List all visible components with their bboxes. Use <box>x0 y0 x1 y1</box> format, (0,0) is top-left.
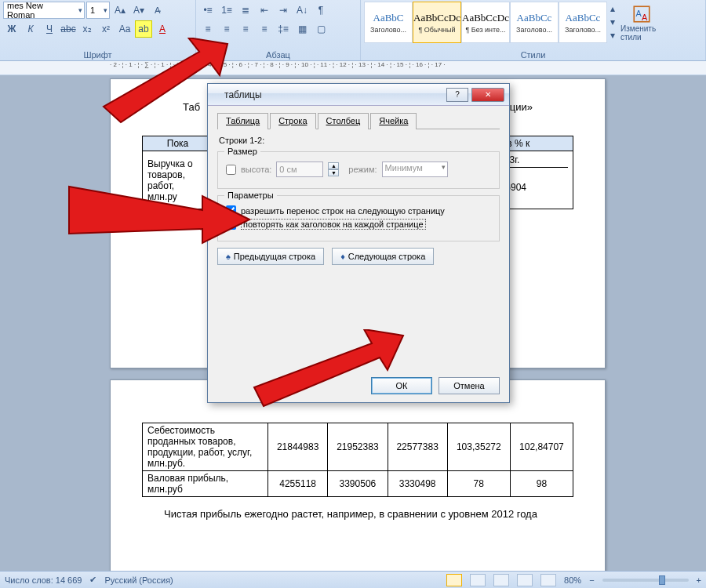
strike-button[interactable]: abc <box>60 20 77 38</box>
view-draft-button[interactable] <box>540 574 556 586</box>
help-button[interactable]: ? <box>446 88 468 102</box>
zoom-in-button[interactable]: + <box>697 575 701 585</box>
change-styles-icon: AA <box>631 4 652 24</box>
bold-button[interactable]: Ж <box>3 20 20 38</box>
height-spinner[interactable]: ▲▼ <box>328 162 339 176</box>
tab-cell[interactable]: Ячейка <box>370 113 417 129</box>
change-styles-button[interactable]: AA Изменить стили <box>620 2 664 43</box>
view-print-button[interactable] <box>446 574 462 586</box>
annotation-arrow <box>246 329 411 408</box>
style-item[interactable]: AaBbCcDc¶ Обычный <box>413 2 461 43</box>
table-cell: 21952383 <box>328 423 388 471</box>
table-cell: 3390506 <box>328 471 388 497</box>
height-input[interactable] <box>276 162 323 177</box>
document-page[interactable]: Себестоимость проданных товаров, продукц… <box>110 379 606 571</box>
italic-button[interactable]: К <box>22 20 39 38</box>
tab-row[interactable]: Строка <box>270 113 315 129</box>
style-item[interactable]: AaBbCЗаголово... <box>364 2 413 43</box>
show-marks-button[interactable]: ¶ <box>312 2 329 19</box>
status-bar: Число слов: 14 669 ✔ Русский (Россия) 80… <box>0 571 706 588</box>
svg-text:A: A <box>642 12 648 21</box>
annotation-arrow <box>61 149 265 251</box>
borders-button[interactable]: ▢ <box>312 20 329 38</box>
group-label-styles: Стили <box>361 49 705 60</box>
indent-button[interactable]: ⇥ <box>275 2 292 19</box>
table-cell: 103,35272 <box>447 423 510 471</box>
mode-label: режим: <box>348 165 377 174</box>
justify-button[interactable]: ≡ <box>256 20 273 38</box>
height-mode-dropdown[interactable]: Минимум <box>382 162 448 177</box>
annotation-arrow <box>94 38 235 124</box>
styles-up-button[interactable]: ▴ <box>607 2 618 15</box>
style-item[interactable]: AaBbCcЗаголово... <box>559 2 607 43</box>
align-left-button[interactable]: ≡ <box>199 20 217 38</box>
zoom-slider[interactable] <box>602 579 689 582</box>
zoom-level[interactable]: 80% <box>564 575 581 585</box>
next-row-button[interactable]: ♦Следующая строка <box>332 248 434 265</box>
repeat-header-label: повторять как заголовок на каждой страни… <box>241 219 426 230</box>
rows-range-label: Строки 1-2: <box>219 136 500 145</box>
shrink-font-button[interactable]: A▾ <box>130 2 147 19</box>
svg-marker-4 <box>104 38 227 122</box>
table-cell: 78 <box>447 471 510 497</box>
view-outline-button[interactable] <box>517 574 533 586</box>
sort-button[interactable]: A↓ <box>293 2 311 19</box>
multilevel-button[interactable]: ≣ <box>237 2 254 19</box>
styles-more-button[interactable]: ▾ <box>607 28 618 42</box>
table-cell: 98 <box>510 471 573 497</box>
svg-marker-3 <box>69 187 249 243</box>
font-color-button[interactable]: A <box>154 20 171 38</box>
table-cell: 3330498 <box>388 471 447 497</box>
style-item[interactable]: AaBbCcЗаголово... <box>510 2 559 43</box>
underline-button[interactable]: Ч <box>41 20 58 38</box>
table-cell: 102,84707 <box>510 423 573 471</box>
table-cell: 22577383 <box>388 423 447 471</box>
superscript-button[interactable]: x² <box>97 20 115 38</box>
allow-break-label: разрешить перенос строк на следующую стр… <box>241 206 445 216</box>
view-fullread-button[interactable] <box>470 574 486 586</box>
close-button[interactable]: ✕ <box>471 88 504 102</box>
doc-paragraph: Чистая прибыль ежегодно растет, например… <box>142 508 573 520</box>
dialog-titlebar[interactable]: Свтаблицы ? ✕ <box>208 84 509 106</box>
table-row: Себестоимость проданных товаров, продукц… <box>143 423 573 471</box>
align-center-button[interactable]: ≡ <box>218 20 235 38</box>
styles-gallery[interactable]: AaBbCЗаголово... AaBbCcDc¶ Обычный AaBbC… <box>364 2 618 43</box>
line-spacing-button[interactable]: ‡≡ <box>275 20 292 38</box>
svg-marker-5 <box>254 329 403 406</box>
numbering-button[interactable]: 1≡ <box>218 2 235 19</box>
proofing-icon[interactable]: ✔ <box>89 575 96 585</box>
bullets-button[interactable]: •≡ <box>199 2 217 19</box>
outdent-button[interactable]: ⇤ <box>256 2 273 19</box>
table-cell: Себестоимость проданных товаров, продукц… <box>143 423 268 471</box>
table-row: Валовая прибыль, млн.руб 4255118 3390506… <box>143 471 573 497</box>
table-cell: Валовая прибыль, млн.руб <box>143 471 268 497</box>
table-cell: 21844983 <box>268 423 328 471</box>
highlight-button[interactable]: ab <box>135 20 152 38</box>
doc-table[interactable]: Себестоимость проданных товаров, продукц… <box>142 423 573 497</box>
view-web-button[interactable] <box>493 574 509 586</box>
clear-format-button[interactable]: A̶ <box>149 2 166 19</box>
style-item[interactable]: AaBbCcDc¶ Без инте... <box>461 2 510 43</box>
tab-column[interactable]: Столбец <box>318 113 369 129</box>
dialog-tabs: Таблица Строка Столбец Ячейка <box>217 112 500 129</box>
font-size-dropdown[interactable]: 1 <box>86 2 110 19</box>
align-right-button[interactable]: ≡ <box>237 20 254 38</box>
shading-button[interactable]: ▦ <box>293 20 311 38</box>
cancel-button[interactable]: Отмена <box>439 377 500 394</box>
case-button[interactable]: Aa <box>116 20 133 38</box>
subscript-button[interactable]: x₂ <box>78 20 96 38</box>
grow-font-button[interactable]: A▴ <box>111 2 129 19</box>
styles-down-button[interactable]: ▾ <box>607 15 618 28</box>
word-count[interactable]: Число слов: 14 669 <box>5 575 82 585</box>
table-cell: 4255118 <box>268 471 328 497</box>
language-label[interactable]: Русский (Россия) <box>104 575 173 585</box>
font-name-dropdown[interactable]: mes New Roman <box>3 2 85 19</box>
zoom-out-button[interactable]: − <box>589 575 594 585</box>
